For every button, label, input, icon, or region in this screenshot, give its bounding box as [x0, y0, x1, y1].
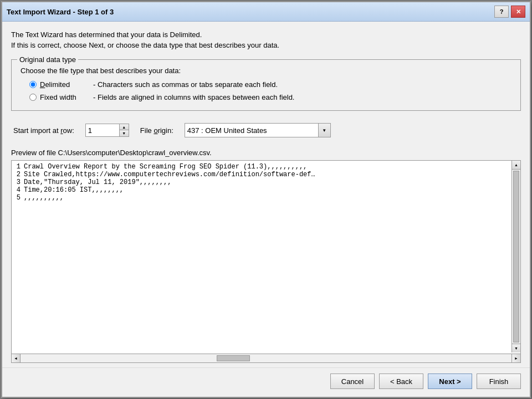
- fixed-width-description: - Fields are aligned in columns with spa…: [93, 93, 294, 101]
- spinner-up-button[interactable]: ▲: [120, 124, 129, 130]
- line-number: 1: [12, 163, 23, 171]
- vertical-scrollbar[interactable]: ▲ ▼: [511, 161, 520, 352]
- preview-label: Preview of file C:\Users\computer\Deskto…: [11, 149, 521, 157]
- scroll-thumb-v: [513, 171, 519, 342]
- line-number: 2: [12, 171, 23, 178]
- delimited-description: - Characters such as commas or tabs sepa…: [93, 80, 278, 89]
- cancel-button[interactable]: Cancel: [330, 374, 375, 389]
- start-origin-row: Start import at row: ▲ ▼ File origin: 43…: [11, 123, 521, 137]
- finish-button[interactable]: Finish: [477, 374, 521, 389]
- fixed-width-radio[interactable]: [29, 94, 37, 101]
- fixed-width-option-row: Fixed width - Fields are aligned in colu…: [29, 93, 511, 101]
- intro-line2: If this is correct, choose Next, or choo…: [11, 41, 521, 49]
- radio-group: Delimited - Characters such as commas or…: [21, 80, 511, 101]
- fixed-width-label[interactable]: Fixed width: [40, 93, 90, 101]
- title-bar-controls: ? ✕: [494, 6, 525, 18]
- select-arrow-icon: ▼: [318, 124, 330, 137]
- line-text: Site Crawled,https://www.computertechrev…: [23, 171, 315, 178]
- file-origin-select-wrapper: 437 : OEM United States 65001 : Unicode …: [185, 123, 331, 137]
- line-number: 3: [12, 178, 23, 186]
- close-button[interactable]: ✕: [511, 6, 525, 18]
- line-text: ,,,,,,,,,,: [23, 194, 64, 202]
- line-number: 5: [12, 194, 23, 202]
- delimited-underline: D: [40, 80, 45, 89]
- delimited-label[interactable]: Delimited: [40, 80, 90, 89]
- table-row: 4Time,20:16:05 IST,,,,,,,,: [12, 186, 520, 194]
- scroll-thumb-h: [217, 355, 250, 361]
- spinner-buttons: ▲ ▼: [119, 124, 129, 136]
- next-button[interactable]: Next >: [428, 374, 472, 389]
- underline-o: o: [154, 126, 157, 135]
- dialog-title: Text Import Wizard - Step 1 of 3: [7, 8, 114, 16]
- scroll-up-button[interactable]: ▲: [512, 161, 520, 170]
- table-row: 2Site Crawled,https://www.computertechre…: [12, 171, 520, 178]
- original-data-type-section: Original data type Choose the file type …: [11, 59, 521, 111]
- table-row: 5,,,,,,,,,,: [12, 194, 520, 202]
- dialog-body: The Text Wizard has determined that your…: [2, 22, 530, 367]
- text-import-wizard-dialog: Text Import Wizard - Step 1 of 3 ? ✕ The…: [1, 1, 531, 398]
- preview-container: 1Crawl Overview Report by the Screaming …: [11, 160, 521, 363]
- intro-line1: The Text Wizard has determined that your…: [11, 30, 521, 39]
- file-origin-label: File origin:: [140, 126, 173, 135]
- h-scroll-track: [21, 354, 511, 362]
- underline-r: r: [60, 126, 63, 135]
- scroll-right-button[interactable]: ►: [511, 354, 520, 362]
- preview-section: Preview of file C:\Users\computer\Deskto…: [11, 149, 521, 363]
- file-origin-select[interactable]: 437 : OEM United States 65001 : Unicode …: [185, 124, 318, 137]
- horizontal-scrollbar[interactable]: ◄ ►: [12, 354, 520, 362]
- line-text: Time,20:16:05 IST,,,,,,,,: [23, 186, 124, 194]
- line-text: Crawl Overview Report by the Screaming F…: [23, 163, 307, 171]
- line-text: Date,"Thursday, Jul 11, 2019",,,,,,,,: [23, 178, 171, 186]
- delimited-radio[interactable]: [29, 81, 37, 88]
- dialog-footer: Cancel < Back Next > Finish: [2, 367, 530, 397]
- preview-content: 1Crawl Overview Report by the Screaming …: [12, 161, 520, 354]
- section-label: Original data type: [17, 55, 78, 64]
- start-row-spinner: ▲ ▼: [85, 124, 129, 137]
- file-type-question: Choose the file type that best describes…: [21, 66, 511, 75]
- back-button[interactable]: < Back: [379, 374, 423, 389]
- line-number: 4: [12, 186, 23, 194]
- table-row: 1Crawl Overview Report by the Screaming …: [12, 163, 520, 171]
- scroll-left-button[interactable]: ◄: [12, 354, 21, 362]
- table-row: 3Date,"Thursday, Jul 11, 2019",,,,,,,,: [12, 178, 520, 186]
- start-row-input[interactable]: [86, 124, 119, 136]
- spinner-down-button[interactable]: ▼: [120, 130, 129, 136]
- help-button[interactable]: ?: [494, 6, 509, 18]
- scroll-down-button[interactable]: ▼: [512, 344, 520, 352]
- delimited-option-row: Delimited - Characters such as commas or…: [29, 80, 511, 89]
- start-import-label: Start import at row:: [13, 126, 74, 135]
- title-bar: Text Import Wizard - Step 1 of 3 ? ✕: [2, 2, 530, 22]
